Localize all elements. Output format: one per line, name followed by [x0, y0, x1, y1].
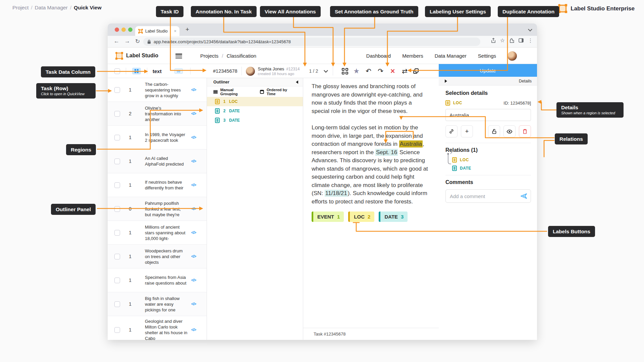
code-icon[interactable]: </> — [191, 254, 196, 259]
nav-dashboard[interactable]: Dashboard — [366, 53, 391, 59]
region-doc-icon — [445, 100, 450, 106]
table-row[interactable]: 1In 1989, the Voyager 2 spacecraft took<… — [108, 126, 207, 149]
labeling-settings-icon[interactable]: ⇄ — [401, 67, 409, 75]
bookmark-star-icon[interactable]: ☆ — [500, 37, 505, 44]
row-checkbox[interactable] — [114, 135, 120, 140]
table-row[interactable]: 1If neutrinos behave differently from th… — [108, 173, 207, 197]
collapse-left-icon[interactable] — [296, 80, 298, 84]
comment-input[interactable] — [445, 189, 531, 203]
paragraph-1[interactable]: The glossy leaves and branching roots of… — [312, 82, 430, 115]
manual-grouping-toggle[interactable]: Manual Grouping — [220, 88, 251, 96]
app-logo-text[interactable]: Label Studio — [126, 53, 158, 59]
side-panel-icon[interactable] — [519, 38, 524, 43]
project-breadcrumb-projects[interactable]: Projects — [200, 53, 218, 59]
annotations-column-icon[interactable] — [132, 68, 141, 74]
nav-members[interactable]: Members — [402, 53, 423, 59]
select-all-checkbox[interactable] — [114, 68, 120, 74]
traffic-light-minimize[interactable] — [121, 27, 126, 32]
paragraph-2[interactable]: Long-term tidal cycles set in motion by … — [312, 124, 430, 206]
tab-strip-chevron-icon[interactable] — [528, 27, 532, 32]
table-row[interactable]: 1Big fish in shallow water are easy pick… — [108, 292, 207, 316]
forward-icon[interactable]: → — [124, 38, 130, 45]
code-icon[interactable]: </> — [191, 159, 196, 164]
address-bar[interactable]: app.heartex.com/projects/123456/data/tas… — [143, 38, 480, 46]
relation-from-row[interactable]: LOC — [452, 157, 531, 163]
duplicate-annotation-icon[interactable] — [413, 68, 419, 74]
undo-icon[interactable]: ↶ — [365, 67, 372, 75]
row-checkbox[interactable] — [114, 206, 120, 212]
region-highlight-loc[interactable]: Australia — [399, 140, 423, 147]
annotation-pager-chevron-icon[interactable] — [324, 68, 328, 73]
region-item-date-2[interactable]: 2 DATE — [207, 106, 303, 116]
row-checkbox[interactable] — [114, 159, 120, 164]
hamburger-menu-icon[interactable] — [175, 54, 182, 58]
link-button[interactable] — [445, 125, 458, 137]
extensions-icon[interactable] — [509, 38, 514, 43]
hide-region-button[interactable] — [503, 125, 516, 137]
code-icon[interactable]: </> — [191, 327, 196, 332]
row-checkbox[interactable] — [114, 111, 120, 117]
code-icon[interactable]: </> — [191, 183, 196, 187]
region-highlight-date[interactable]: Sept. 16 — [375, 149, 398, 156]
back-icon[interactable]: ← — [114, 38, 119, 45]
nav-settings[interactable]: Settings — [478, 53, 496, 59]
column-title-text[interactable]: text — [153, 68, 162, 74]
region-item-date-3[interactable]: 3 DATE — [207, 116, 303, 125]
row-checkbox[interactable] — [114, 230, 120, 236]
ordered-by-time-toggle[interactable]: Ordered by Time — [267, 88, 297, 96]
expand-right-icon[interactable] — [445, 79, 447, 83]
traffic-light-maximize[interactable] — [128, 27, 132, 32]
table-row[interactable]: 0Pahrump poolfish flunked a fear test, b… — [108, 197, 207, 221]
add-relation-button[interactable]: + — [461, 125, 473, 137]
row-checkbox[interactable] — [114, 327, 120, 333]
table-row[interactable]: 1Woodpeckers drum on trees and other obj… — [108, 245, 207, 268]
label-button-loc[interactable]: LOC2 — [348, 212, 374, 222]
region-item-loc[interactable]: 1 LOC — [207, 97, 303, 106]
breadcrumb-data-manager[interactable]: Data Manager — [35, 5, 68, 10]
code-icon[interactable]: </> — [191, 111, 196, 116]
browser-tab[interactable]: Label Studio × — [135, 26, 179, 36]
app-logo-icon[interactable] — [115, 52, 123, 60]
nav-data-manager[interactable]: Data Manager — [435, 53, 467, 59]
row-checkbox[interactable] — [114, 278, 120, 283]
code-icon[interactable]: </> — [191, 302, 196, 306]
lock-region-button[interactable] — [488, 125, 500, 137]
chrome-toolbar-icons: ☆ ⋮ — [491, 37, 533, 44]
row-checkbox[interactable] — [114, 301, 120, 307]
code-icon[interactable]: </> — [191, 87, 196, 92]
update-button[interactable]: Update — [439, 64, 537, 77]
table-row[interactable]: 1An AI called AlphaFold predicted</> — [108, 149, 207, 173]
kebab-menu-icon[interactable]: ⋮ — [528, 38, 533, 44]
redo-icon[interactable]: ↷ — [377, 67, 384, 75]
region-highlight-date[interactable]: 11/18/21 — [325, 190, 348, 197]
relation-to-row[interactable]: DATE — [452, 166, 531, 171]
table-row[interactable]: 1The carbon-sequestering trees grow in a… — [108, 78, 207, 102]
enterprise-brand: Label Studio Enterprise — [558, 4, 635, 13]
code-icon[interactable]: </> — [191, 135, 196, 140]
row-checkbox[interactable] — [114, 254, 120, 259]
region-text-input[interactable] — [445, 109, 531, 121]
send-comment-icon[interactable] — [520, 193, 528, 199]
table-row[interactable]: 2Olivine's transformation into another</… — [108, 102, 207, 126]
traffic-light-close[interactable] — [115, 27, 119, 32]
code-icon[interactable]: </> — [191, 230, 196, 235]
code-icon[interactable]: </> — [191, 278, 196, 283]
label-button-date[interactable]: DATE3 — [379, 212, 408, 222]
tab-close-icon[interactable]: × — [174, 28, 176, 34]
table-row[interactable]: 1Millions of ancient stars spanning abou… — [108, 221, 207, 245]
new-tab-button[interactable]: + — [185, 26, 189, 33]
ground-truth-star-icon[interactable]: ★ — [353, 67, 360, 75]
user-avatar[interactable] — [507, 51, 517, 61]
row-checkbox[interactable] — [114, 87, 120, 93]
table-row[interactable]: 1Geologist and diver Milton Carlo took s… — [108, 316, 207, 344]
reset-icon[interactable]: × — [389, 68, 396, 74]
view-all-annotations-icon[interactable] — [342, 68, 348, 74]
reload-icon[interactable]: ↻ — [135, 38, 140, 45]
share-icon[interactable] — [491, 38, 496, 43]
code-icon[interactable]: </> — [191, 206, 196, 211]
label-button-event[interactable]: EVENT1 — [312, 212, 344, 222]
delete-region-button[interactable] — [519, 125, 531, 137]
table-row[interactable]: 1Specimens from Asia raise questions abo… — [108, 268, 207, 292]
row-checkbox[interactable] — [114, 182, 120, 188]
breadcrumb-project[interactable]: Project — [12, 5, 29, 10]
